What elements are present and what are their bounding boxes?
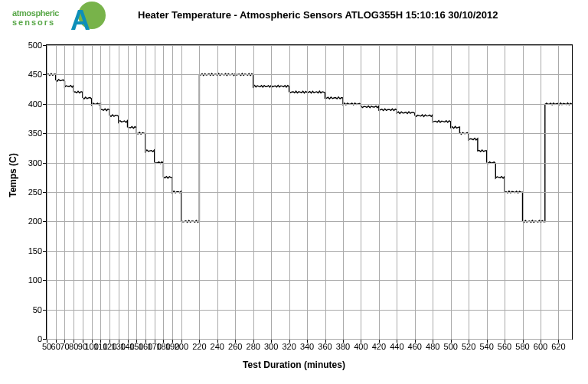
grid-h	[47, 310, 572, 311]
x-tick-label: 440	[390, 339, 403, 351]
x-tick-label: 260	[228, 339, 242, 351]
logo-mark: A	[67, 2, 106, 35]
x-tick-label: 560	[498, 339, 511, 351]
y-tick-label: 400	[28, 99, 47, 109]
y-tick-label: 350	[28, 129, 47, 138]
x-tick-label: 380	[336, 339, 350, 351]
x-tick-label: 480	[426, 339, 439, 351]
chart-area: Temps (C) 506070809010011012013014015016…	[0, 37, 588, 373]
y-tick-label: 450	[28, 70, 47, 79]
grid-h	[47, 339, 572, 340]
x-tick-label: 460	[408, 339, 422, 351]
x-tick-label: 240	[211, 339, 224, 351]
logo-letter: A	[70, 5, 90, 37]
x-tick-label: 340	[300, 339, 314, 351]
temperature-series	[47, 73, 572, 222]
grid-h	[47, 163, 572, 164]
x-tick-label: 60	[51, 339, 60, 351]
y-tick-label: 500	[28, 41, 47, 50]
x-tick-label: 520	[462, 339, 475, 351]
x-tick-label: 220	[192, 339, 206, 351]
x-tick-label: 420	[372, 339, 386, 351]
grid-h	[47, 192, 572, 193]
x-tick-label: 280	[247, 339, 260, 351]
y-axis-label: Temps (C)	[8, 153, 18, 197]
y-tick-label: 50	[33, 305, 47, 314]
x-tick-label: 400	[354, 339, 368, 351]
x-tick-label: 200	[175, 339, 188, 351]
x-tick-label: 360	[318, 339, 332, 351]
grid-h	[47, 251, 572, 252]
x-tick-label: 580	[515, 339, 529, 351]
logo-word-2: sensors	[12, 18, 69, 27]
brand-logo: atmospheric sensors A	[12, 2, 104, 37]
grid-h	[47, 104, 572, 105]
grid-h	[47, 45, 572, 46]
x-tick-label: 300	[264, 339, 278, 351]
y-tick-label: 100	[28, 275, 47, 285]
y-tick-label: 150	[28, 246, 47, 255]
y-tick-label: 250	[28, 187, 47, 197]
grid-h	[47, 221, 572, 222]
x-tick-label: 320	[282, 339, 296, 351]
x-tick-label: 500	[444, 339, 458, 351]
grid-h	[47, 74, 572, 75]
plot-region: 5060708090100110120130140150160170180190…	[46, 44, 573, 340]
y-tick-label: 300	[28, 158, 47, 168]
y-tick-label: 200	[28, 216, 47, 226]
chart-title: Heater Temperature - Atmospheric Sensors…	[138, 9, 498, 21]
x-tick-label: 80	[69, 339, 78, 351]
y-tick-label: 0	[38, 334, 47, 343]
grid-h	[47, 133, 572, 134]
x-axis-label: Test Duration (minutes)	[0, 360, 588, 370]
logo-word-1: atmospheric	[12, 9, 69, 18]
grid-h	[47, 280, 572, 281]
x-tick-label: 70	[60, 339, 69, 351]
x-tick-label: 540	[479, 339, 493, 351]
x-tick-label: 620	[551, 339, 565, 351]
x-tick-label: 600	[534, 339, 547, 351]
